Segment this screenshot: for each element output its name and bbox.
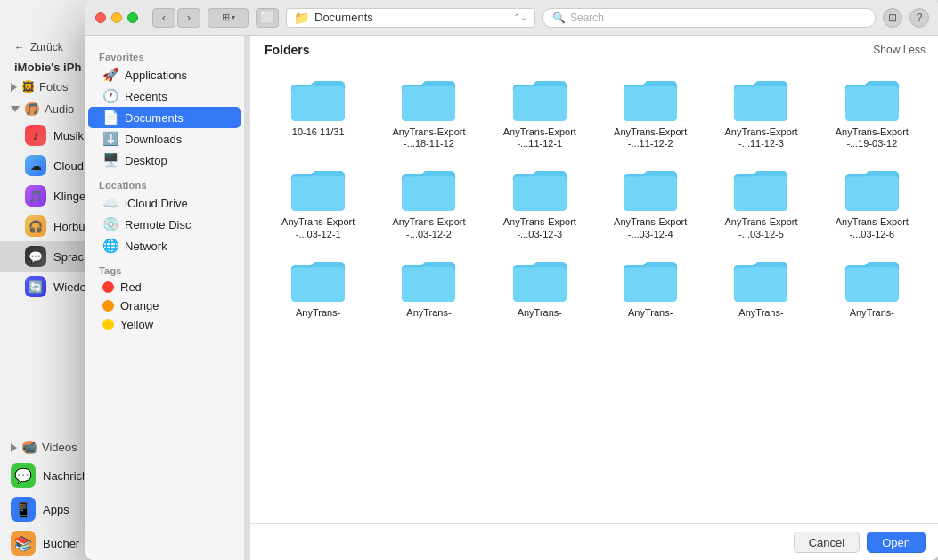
close-button[interactable] (95, 12, 106, 23)
sidebar-item-desktop[interactable]: 🖥️ Desktop (88, 150, 241, 171)
folder-item[interactable]: AnyTrans-Export-...18-11-12 (375, 72, 482, 155)
folder-icon-graphic (511, 167, 568, 214)
location-text: Documents (314, 11, 373, 24)
folder-label: AnyTrans-Export-...18-11-12 (388, 126, 469, 150)
cancel-button[interactable]: Cancel (794, 532, 860, 553)
search-bar[interactable]: 🔍 Search (542, 8, 876, 28)
folder-icon-graphic (844, 167, 901, 214)
traffic-lights (95, 12, 138, 23)
folder-item[interactable]: AnyTrans-Export-...03-12-5 (707, 162, 814, 245)
show-less-button[interactable]: Show Less (873, 44, 926, 56)
chevron-down-icon: ▾ (232, 13, 235, 21)
applications-icon: 🚀 (102, 67, 118, 83)
maximize-button[interactable] (127, 12, 138, 23)
folder-label: AnyTrans- (296, 307, 340, 319)
help-button[interactable]: ? (909, 8, 929, 28)
fullscreen-button[interactable]: ⊡ (883, 8, 902, 28)
device-label: Zurück (30, 41, 63, 53)
sidebar-item-downloads[interactable]: ⬇️ Downloads (88, 128, 241, 150)
search-icon: 🔍 (552, 12, 566, 24)
folder-icon: 📁 (294, 11, 309, 25)
folder-item[interactable]: AnyTrans-Export-...03-12-4 (597, 162, 704, 245)
action-icon: ⬜ (260, 11, 274, 24)
sidebar-item-applications[interactable]: 🚀 Applications (88, 64, 241, 85)
audio-app-icon: 🎵 (25, 102, 39, 116)
search-placeholder: Search (570, 12, 604, 24)
sprac-icon: 💬 (25, 246, 46, 267)
network-icon: 🌐 (102, 238, 118, 254)
folder-label: AnyTrans-Export-...11-12-3 (721, 126, 801, 150)
action-button[interactable]: ⬜ (256, 8, 279, 28)
forward-button[interactable]: › (177, 8, 200, 28)
folder-label: AnyTrans-Export-...03-12-1 (278, 216, 358, 239)
folder-icon-graphic (622, 167, 679, 214)
expand-icon (11, 83, 17, 92)
sidebar-item-tag-red[interactable]: Red (88, 278, 241, 296)
expand-icon (11, 443, 17, 452)
folder-item[interactable]: AnyTrans- (486, 253, 593, 324)
folder-item[interactable]: AnyTrans-Export-...11-12-1 (486, 72, 593, 155)
fotos-app-icon: 🖼 (22, 80, 34, 93)
documents-label: Documents (125, 111, 184, 125)
view-toggle[interactable]: ⊞ ▾ (208, 8, 249, 28)
folder-item[interactable]: AnyTrans-Export-...03-12-3 (486, 162, 593, 245)
folder-item[interactable]: AnyTrans- (819, 253, 926, 324)
folder-item[interactable]: AnyTrans- (597, 253, 704, 324)
folder-item[interactable]: AnyTrans- (375, 253, 482, 324)
videos-icon: 📹 (22, 441, 37, 454)
klinge-icon: 🎵 (25, 185, 46, 207)
finder-titlebar: ‹ › ⊞ ▾ ⬜ 📁 Documents ⌃⌄ 🔍 Search ⊡ ? (85, 0, 938, 36)
locations-label: Locations (85, 171, 244, 192)
sidebar-item-tag-orange[interactable]: Orange (88, 296, 241, 315)
minimize-button[interactable] (111, 12, 122, 23)
folder-label: AnyTrans- (518, 307, 562, 319)
red-tag-label: Red (120, 280, 142, 294)
sidebar-item-tag-yellow[interactable]: Yellow (88, 315, 241, 334)
open-button[interactable]: Open (867, 532, 926, 553)
folder-item[interactable]: 10-16 11/31 (265, 72, 371, 155)
nachrichten-icon: 💬 (11, 463, 36, 488)
folder-label: AnyTrans-Export-...03-12-3 (500, 216, 580, 239)
sidebar-item-icloud[interactable]: ☁️ iCloud Drive (88, 192, 241, 214)
back-button[interactable]: ‹ (152, 8, 175, 28)
finder-body: Favorites 🚀 Applications 🕐 Recents 📄 Doc… (85, 36, 938, 560)
folder-item[interactable]: AnyTrans-Export-...11-12-2 (597, 72, 704, 155)
folder-icon-graphic (290, 77, 347, 124)
folder-item[interactable]: AnyTrans-Export-...11-12-3 (707, 72, 814, 155)
folder-label: AnyTrans-Export-...11-12-2 (610, 126, 690, 150)
sidebar-item-network[interactable]: 🌐 Network (88, 235, 241, 256)
folder-grid: 10-16 11/31 AnyTrans-Export-...18-11-12 … (250, 61, 938, 523)
desktop-icon: 🖥️ (102, 152, 118, 168)
folder-icon-graphic (511, 258, 568, 304)
folder-icon-graphic (844, 77, 901, 124)
folder-label: AnyTrans-Export-...11-12-1 (500, 126, 580, 150)
folder-label: AnyTrans- (406, 307, 451, 319)
folder-label: AnyTrans-Export-...03-12-2 (388, 216, 469, 239)
nav-buttons: ‹ › (152, 8, 200, 28)
yellow-tag-label: Yellow (120, 318, 153, 331)
folders-title: Folders (265, 43, 310, 57)
folder-label: AnyTrans-Export-...03-12-5 (721, 216, 801, 239)
folder-icon-graphic (400, 77, 457, 124)
grid-icon: ⊞ (222, 12, 230, 23)
folder-item[interactable]: AnyTrans-Export-...03-12-2 (375, 162, 482, 245)
sidebar-item-remotedisc[interactable]: 💿 Remote Disc (88, 214, 241, 235)
folder-item[interactable]: AnyTrans-Export-...03-12-1 (265, 162, 371, 245)
downloads-label: Downloads (125, 133, 182, 146)
folder-item[interactable]: AnyTrans-Export-...03-12-6 (819, 162, 926, 245)
folder-item[interactable]: AnyTrans- (265, 253, 371, 324)
sidebar-item-documents[interactable]: 📄 Documents (88, 107, 241, 128)
finder-bottom-bar: Cancel Open (250, 523, 938, 560)
recents-icon: 🕐 (102, 88, 118, 104)
folder-icon-graphic (844, 258, 901, 304)
folder-label: AnyTrans-Export-...03-12-4 (610, 216, 690, 239)
sidebar-item-recents[interactable]: 🕐 Recents (88, 85, 241, 107)
location-bar[interactable]: 📁 Documents ⌃⌄ (286, 8, 535, 28)
wiede-icon: 🔄 (25, 276, 46, 297)
videos-label: Videos (42, 441, 77, 454)
folder-item[interactable]: AnyTrans- (707, 253, 814, 324)
folder-item[interactable]: AnyTrans-Export-...19-03-12 (819, 72, 926, 155)
buecher-icon: 📚 (11, 531, 36, 556)
folder-label: AnyTrans- (738, 307, 783, 319)
folder-label: 10-16 11/31 (292, 126, 345, 138)
